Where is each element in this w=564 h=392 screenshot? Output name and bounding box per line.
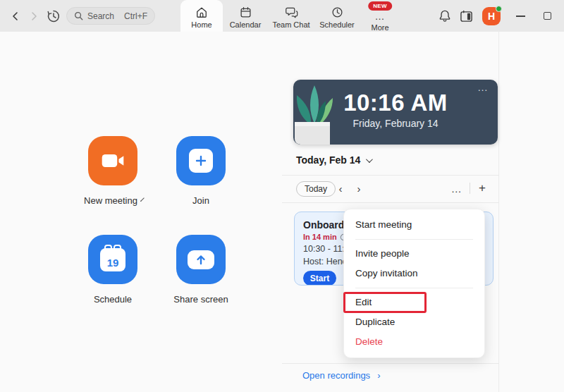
- tab-label: Home: [191, 20, 212, 29]
- today-button-label: Today: [305, 184, 327, 194]
- tab-calendar[interactable]: Calendar: [223, 0, 268, 32]
- titlebar: Search Ctrl+F Home Calendar Team Chat Sc…: [0, 0, 564, 32]
- divider: [282, 363, 499, 364]
- tab-label: Team Chat: [272, 20, 309, 29]
- calendar-date-number: 19: [107, 257, 119, 269]
- chat-bubbles-icon: [285, 6, 298, 18]
- forward-button[interactable]: [27, 9, 41, 23]
- avatar-initial: H: [488, 11, 495, 22]
- menu-item-copy-invitation[interactable]: Copy invitation: [344, 265, 484, 282]
- tab-more[interactable]: NEW … More: [360, 0, 400, 32]
- share-screen-button[interactable]: Share screen: [176, 235, 226, 305]
- tab-home[interactable]: Home: [180, 0, 223, 32]
- date-header-dropdown[interactable]: Today, Feb 14: [296, 154, 371, 166]
- new-meeting-button[interactable]: New meeting: [88, 136, 137, 206]
- tab-team-chat[interactable]: Team Chat: [268, 0, 314, 32]
- menu-divider: [355, 288, 473, 288]
- start-button-label: Start: [310, 274, 329, 283]
- menu-item-invite-people[interactable]: Invite people: [344, 245, 484, 262]
- arrow-up-icon: [188, 250, 214, 269]
- back-button[interactable]: [8, 9, 23, 23]
- schedule-tile[interactable]: 19: [88, 235, 137, 284]
- home-content: New meeting Join 19 Schedule: [0, 32, 564, 392]
- minimize-button[interactable]: [516, 16, 525, 17]
- new-meeting-label: New meeting: [84, 195, 137, 206]
- tab-label: Calendar: [230, 20, 262, 29]
- chevron-down-icon: [366, 156, 373, 163]
- meeting-countdown: In 14 min: [303, 233, 337, 241]
- next-day-button[interactable]: ›: [351, 178, 367, 198]
- schedule-panel: … 10:16 AM Friday, February 14 Today, Fe…: [282, 32, 499, 392]
- toolbar-more-button[interactable]: …: [448, 178, 465, 198]
- calendar-19-icon: 19: [100, 248, 125, 271]
- status-dot: [496, 6, 502, 12]
- join-tile[interactable]: [176, 136, 226, 185]
- plus-icon: [189, 149, 213, 173]
- tab-scheduler[interactable]: Scheduler: [314, 0, 360, 32]
- avatar[interactable]: H: [482, 7, 501, 25]
- open-recordings-label: Open recordings: [302, 370, 370, 381]
- menu-divider: [355, 239, 473, 240]
- clock-card-menu-button[interactable]: …: [477, 81, 489, 93]
- search-icon: [74, 11, 83, 20]
- notifications-button[interactable]: [434, 6, 455, 27]
- side-panel-icon: [460, 10, 473, 23]
- side-panel-button[interactable]: [455, 6, 477, 27]
- search-shortcut: Ctrl+F: [124, 11, 147, 21]
- menu-item-start-meeting[interactable]: Start meeting: [344, 216, 484, 233]
- date-header-label: Today, Feb 14: [296, 154, 360, 166]
- chevron-left-icon: [11, 11, 20, 21]
- calendar-icon: [240, 6, 252, 18]
- clock-card: … 10:16 AM Friday, February 14: [293, 80, 498, 145]
- prev-day-button[interactable]: ‹: [333, 178, 348, 198]
- join-label: Join: [192, 195, 209, 206]
- search-input[interactable]: Search Ctrl+F: [66, 7, 155, 25]
- schedule-label: Schedule: [94, 294, 132, 305]
- chevron-down-icon[interactable]: [140, 197, 145, 202]
- share-screen-tile[interactable]: [176, 235, 226, 284]
- history-button[interactable]: [47, 9, 61, 23]
- menu-item-delete[interactable]: Delete: [344, 333, 484, 350]
- clock-icon: [331, 6, 343, 18]
- menu-item-duplicate[interactable]: Duplicate: [344, 314, 484, 331]
- new-badge: NEW: [368, 1, 392, 11]
- join-button[interactable]: Join: [176, 136, 226, 206]
- history-clock-icon: [47, 9, 61, 23]
- open-recordings-link[interactable]: Open recordings ›: [302, 370, 380, 381]
- maximize-button[interactable]: [544, 12, 551, 20]
- home-icon: [195, 6, 208, 18]
- bell-icon: [439, 9, 451, 23]
- tab-label: More: [371, 23, 388, 32]
- more-dots-icon: …: [375, 13, 386, 20]
- today-button[interactable]: Today: [296, 181, 336, 197]
- meeting-context-menu: Start meeting Invite people Copy invitat…: [343, 209, 485, 358]
- plant-illustration: [293, 80, 351, 145]
- share-screen-label: Share screen: [173, 294, 228, 305]
- new-meeting-tile[interactable]: [88, 136, 137, 185]
- menu-item-edit[interactable]: Edit: [344, 294, 484, 311]
- chevron-right-icon: [29, 11, 39, 21]
- video-camera-icon: [101, 151, 125, 171]
- add-meeting-button[interactable]: +: [474, 178, 491, 198]
- tab-label: Scheduler: [319, 20, 355, 29]
- zoom-app-window: Search Ctrl+F Home Calendar Team Chat Sc…: [0, 0, 564, 392]
- tab-bar: Home Calendar Team Chat Scheduler NEW … …: [180, 0, 400, 32]
- schedule-button[interactable]: 19 Schedule: [88, 235, 137, 305]
- search-placeholder: Search: [87, 11, 114, 21]
- link-chevron-icon: ›: [377, 370, 380, 381]
- toolbar-divider: [470, 183, 470, 194]
- divider: [282, 202, 499, 203]
- menu-item-edit-label: Edit: [355, 297, 372, 307]
- start-meeting-button[interactable]: Start: [303, 271, 336, 286]
- calendar-toolbar: Today ‹ › … +: [282, 176, 499, 202]
- titlebar-right: H: [434, 0, 564, 32]
